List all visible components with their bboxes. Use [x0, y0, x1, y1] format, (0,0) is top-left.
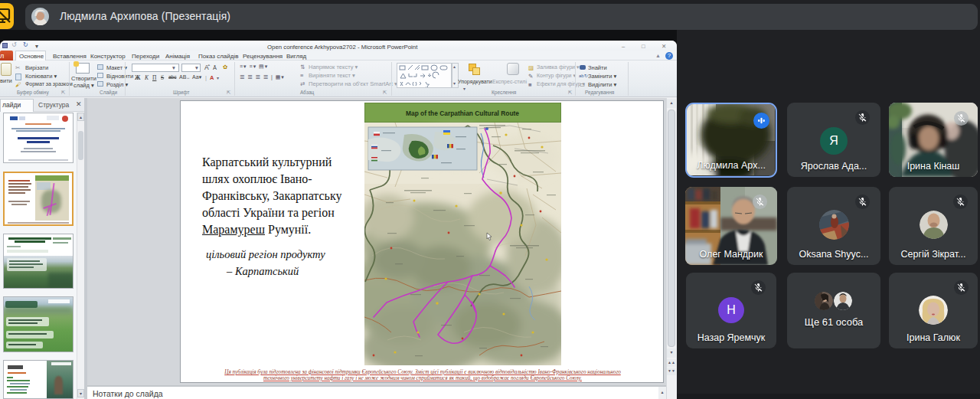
- svg-text:Map of the Carpathian Cultural: Map of the Carpathian Cultural Route: [406, 110, 519, 117]
